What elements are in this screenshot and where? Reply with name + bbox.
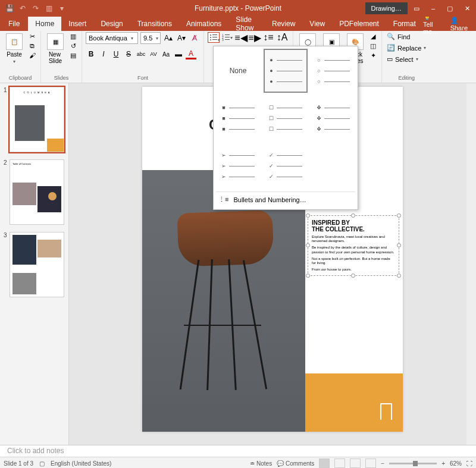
tab-review[interactable]: Review [265, 17, 302, 31]
zoom-level[interactable]: 62% [450, 460, 462, 467]
svg-point-0 [210, 34, 211, 36]
orange-block [305, 373, 403, 432]
italic-button[interactable]: I [98, 49, 109, 59]
shape-outline-icon[interactable]: ◫ [368, 42, 378, 50]
qat-customize-icon[interactable]: ▾ [57, 4, 67, 13]
text-box-selected[interactable]: INSPIRED BY THE COLLECTIVE. Explore Scan… [308, 215, 399, 276]
status-bar: Slide 1 of 3 ▢ English (United States) ≐… [0, 457, 476, 468]
minimize-button[interactable]: – [425, 2, 441, 14]
line-spacing-icon[interactable]: ↕≡ [262, 32, 274, 43]
notes-toggle[interactable]: ≐ Notes [250, 460, 272, 467]
layout-icon[interactable]: ▥ [68, 32, 78, 40]
tab-view[interactable]: View [302, 17, 332, 31]
bullet-option-disc[interactable]: ● ● ● [264, 49, 308, 93]
grow-font-icon[interactable]: A▴ [163, 33, 174, 43]
new-slide-button[interactable]: ▦ New Slide [45, 32, 66, 65]
normal-view-button[interactable] [319, 458, 330, 468]
list-icon: ⋮≡ [218, 196, 228, 203]
case-button[interactable]: Aa [161, 49, 171, 59]
bullets-and-numbering-link[interactable]: ⋮≡ Bullets and Numbering… [216, 191, 355, 207]
comments-toggle[interactable]: 💬 Comments [277, 460, 314, 467]
zoom-out-button[interactable]: − [381, 460, 384, 467]
tab-insert[interactable]: Insert [61, 17, 93, 31]
replace-button[interactable]: 🔄 Replace ▾ [386, 43, 427, 52]
slide-thumbnail-2[interactable]: Table of Contents [10, 159, 64, 225]
slide-counter: Slide 1 of 3 [4, 460, 33, 467]
clear-format-icon[interactable]: A̸ [189, 33, 200, 43]
section-icon[interactable]: ▤ [68, 51, 78, 59]
find-button[interactable]: 🔍 Find [386, 32, 411, 41]
slide-thumbnail-3[interactable] [10, 232, 64, 297]
reset-icon[interactable]: ↺ [68, 42, 78, 50]
title-bar: 💾 ↶ ↷ ▥ ▾ Furniture.pptx - PowerPoint Dr… [0, 0, 476, 17]
start-from-beginning-icon[interactable]: ▥ [44, 4, 54, 13]
decrease-indent-icon[interactable]: ≡◀ [235, 32, 247, 43]
shape-effects-icon[interactable]: ✦ [368, 51, 378, 59]
spacing-button[interactable]: AV [148, 49, 159, 59]
group-label: Clipboard [4, 74, 37, 81]
shadow-button[interactable]: abc [136, 49, 146, 59]
paste-button[interactable]: 📋 Paste ▾ [4, 32, 25, 65]
group-label: Slides [45, 74, 78, 81]
vertical-scrollbar[interactable] [466, 83, 476, 445]
close-button[interactable]: ✕ [459, 2, 476, 15]
bullet-option-arrow[interactable]: ➢ ➢ ➢ [216, 144, 260, 188]
highlight-icon[interactable]: ▬ [173, 49, 184, 59]
tab-pdfelement[interactable]: PDFelement [332, 17, 386, 31]
tab-animations[interactable]: Animations [179, 17, 228, 31]
text-direction-icon[interactable]: ↕A [276, 32, 288, 43]
fit-to-window-icon[interactable]: ⛶ [466, 460, 472, 467]
sorter-view-button[interactable] [334, 458, 345, 468]
language-indicator[interactable]: English (United States) [51, 460, 111, 467]
font-color-button[interactable]: A [186, 49, 196, 59]
strike-button[interactable]: S [123, 49, 134, 59]
tab-home[interactable]: Home [28, 17, 61, 31]
zoom-in-button[interactable]: + [441, 460, 445, 467]
textbox-para: Explore Scandinavia, meet local creative… [312, 235, 395, 243]
maximize-button[interactable]: ▢ [441, 2, 459, 15]
share-button[interactable]: 👤 Share [450, 17, 468, 32]
bold-button[interactable]: B [86, 49, 96, 59]
tab-design[interactable]: Design [93, 17, 130, 31]
contextual-tab-label: Drawing… [365, 2, 408, 14]
spell-check-icon[interactable]: ▢ [39, 460, 45, 467]
chair-glyph-icon [380, 403, 392, 420]
select-button[interactable]: ▭ Select ▾ [386, 55, 419, 64]
tab-slideshow[interactable]: Slide Show [228, 17, 265, 31]
shape-fill-icon[interactable]: ◢ [368, 32, 378, 40]
textbox-para: Not a space built on perfection. But a h… [312, 257, 395, 265]
tab-format[interactable]: Format [386, 17, 423, 31]
slideshow-view-button[interactable] [365, 458, 376, 468]
bullet-option-square[interactable]: ■ ■ ■ [216, 96, 260, 140]
shrink-font-icon[interactable]: A▾ [176, 33, 187, 43]
zoom-slider[interactable] [389, 463, 437, 464]
format-painter-icon[interactable]: 🖌 [27, 51, 37, 59]
bullet-option-none[interactable]: None [216, 49, 260, 93]
slide-thumbnail-1[interactable]: C O L U M B E A [10, 87, 64, 152]
bullet-option-blank[interactable] [311, 144, 355, 188]
group-label: Editing [386, 74, 427, 81]
copy-icon[interactable]: ⧉ [27, 42, 37, 50]
bullet-option-circle[interactable]: ○ ○ ○ [311, 49, 355, 93]
increase-indent-icon[interactable]: ≡▶ [249, 32, 261, 43]
notes-pane[interactable]: Click to add notes [0, 445, 476, 457]
bullet-option-star[interactable]: ❖ ❖ ❖ [311, 96, 355, 140]
redo-icon[interactable]: ↷ [31, 4, 40, 13]
numbering-button[interactable]: 123▾ [221, 32, 233, 43]
textbox-heading: THE COLLECTIVE. [312, 226, 395, 233]
svg-point-4 [210, 39, 211, 40]
undo-icon[interactable]: ↶ [18, 4, 27, 13]
thumbnail-pane[interactable]: 1 C O L U M B E A 2 Table of Contents 3 [0, 83, 69, 445]
tab-file[interactable]: File [0, 17, 28, 31]
bullets-button[interactable]: ▾ [208, 32, 220, 43]
reading-view-button[interactable] [350, 458, 361, 468]
cut-icon[interactable]: ✂ [27, 32, 37, 40]
font-size-combo[interactable]: 9.5▾ [140, 32, 161, 44]
save-icon[interactable]: 💾 [5, 4, 14, 13]
font-name-combo[interactable]: Book Antiqua▾ [86, 32, 138, 44]
bullet-option-hollow-square[interactable]: ☐ ☐ ☐ [264, 96, 308, 140]
tab-transitions[interactable]: Transitions [130, 17, 179, 31]
ribbon-options-icon[interactable]: ▭ [408, 2, 425, 15]
underline-button[interactable]: U [111, 49, 121, 59]
bullet-option-check[interactable]: ✓ ✓ ✓ [264, 144, 308, 188]
